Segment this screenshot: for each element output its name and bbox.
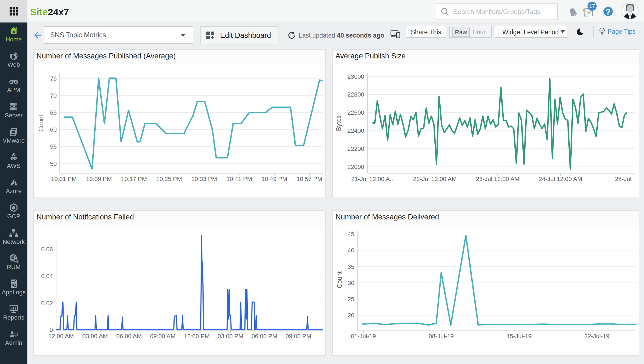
svg-text:23-Jul 12:00 AM: 23-Jul 12:00 AM (476, 176, 520, 182)
svg-text:0.04: 0.04 (41, 273, 53, 280)
svg-text:22-Jul 12:00 AM: 22-Jul 12:00 AM (413, 176, 457, 182)
svg-text:23000: 23000 (347, 73, 364, 80)
svg-text:21-Jul 12:00 A..: 21-Jul 12:00 A.. (351, 176, 393, 182)
svg-text:10:33 PM: 10:33 PM (191, 176, 217, 182)
svg-text:45: 45 (348, 231, 354, 238)
svg-text:65: 65 (50, 109, 57, 116)
svg-text:22000: 22000 (347, 163, 364, 170)
svg-text:75: 75 (50, 75, 57, 82)
svg-text:06:00 AM: 06:00 AM (116, 333, 142, 340)
svg-text:20: 20 (348, 312, 354, 319)
svg-text:22800: 22800 (347, 91, 364, 98)
svg-text:06:00 PM: 06:00 PM (252, 333, 277, 340)
svg-text:10:41 PM: 10:41 PM (226, 176, 252, 182)
svg-text:03:00 AM: 03:00 AM (82, 333, 108, 340)
svg-text:?: ? (606, 7, 611, 16)
svg-text:01-Jul-19: 01-Jul-19 (351, 333, 376, 340)
svg-text:25: 25 (348, 296, 354, 303)
svg-text:09:00 PM: 09:00 PM (286, 333, 311, 340)
svg-text:22-Jul-19: 22-Jul-19 (584, 333, 609, 340)
svg-text:15-Jul-19: 15-Jul-19 (506, 333, 532, 340)
svg-text:22600: 22600 (347, 109, 364, 116)
svg-text:24-Jul 12:00 AM: 24-Jul 12:00 AM (539, 176, 582, 182)
svg-text:08-Jul-19: 08-Jul-19 (429, 333, 454, 340)
svg-text:Count: Count (38, 115, 45, 132)
svg-text:10:49 PM: 10:49 PM (261, 176, 287, 182)
svg-text:22200: 22200 (347, 145, 364, 152)
svg-text:22400: 22400 (347, 127, 364, 134)
svg-text:Count: Count (336, 271, 343, 288)
svg-text:35: 35 (348, 263, 354, 270)
svg-text:40: 40 (348, 247, 354, 254)
svg-text:12:00 PM: 12:00 PM (184, 333, 210, 340)
svg-text:0.02: 0.02 (41, 300, 53, 307)
svg-text:10:17 PM: 10:17 PM (121, 176, 147, 182)
svg-text:25-Jul: 25-Jul (615, 176, 631, 182)
svg-text:09:00 AM: 09:00 AM (150, 333, 176, 340)
svg-text:55: 55 (50, 143, 57, 150)
svg-text:03:00 PM: 03:00 PM (218, 333, 243, 340)
svg-text:50: 50 (50, 160, 57, 167)
svg-text:10:01 PM: 10:01 PM (51, 176, 77, 182)
svg-text:70: 70 (50, 92, 57, 99)
svg-text:60: 60 (50, 126, 57, 133)
svg-text:0.06: 0.06 (41, 246, 53, 253)
svg-text:Bytes: Bytes (335, 115, 342, 131)
svg-text:10:57 PM: 10:57 PM (297, 176, 322, 182)
svg-text:12:00 AM: 12:00 AM (49, 333, 74, 340)
svg-text:30: 30 (348, 280, 354, 286)
svg-text:10:09 PM: 10:09 PM (86, 176, 112, 182)
svg-text:10:25 PM: 10:25 PM (156, 176, 182, 182)
